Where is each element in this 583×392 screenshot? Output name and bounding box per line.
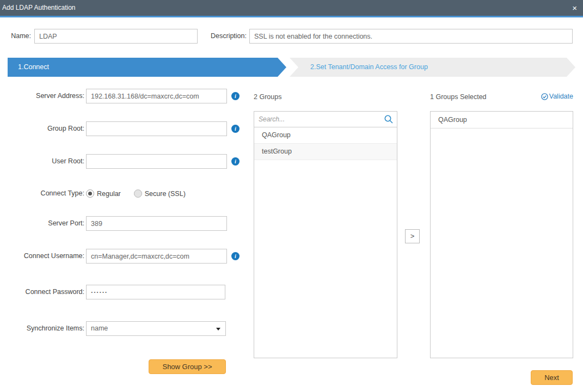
dialog-title: Add LDAP Authentication <box>0 0 583 16</box>
connect-password-input[interactable] <box>86 285 225 299</box>
dialog-titlebar: Add LDAP Authentication × <box>0 0 583 17</box>
group-search-row <box>254 112 397 127</box>
search-icon[interactable] <box>384 114 394 124</box>
list-item[interactable]: QAGroup <box>431 112 573 128</box>
available-groups-count: 2 Groups <box>254 93 281 101</box>
user-root-input[interactable] <box>86 154 227 169</box>
show-group-button[interactable]: Show Group >> <box>149 359 226 374</box>
user-root-label: User Root: <box>0 154 84 169</box>
group-search-input[interactable] <box>254 112 397 127</box>
connect-username-input[interactable] <box>86 249 227 264</box>
selected-groups-count: 1 Groups Selected <box>430 93 487 101</box>
add-ldap-authentication-dialog: Add LDAP Authentication × Name: Descript… <box>0 0 583 392</box>
next-button[interactable]: Next <box>531 370 573 385</box>
user-root-info-icon[interactable]: i <box>231 157 240 166</box>
group-root-label: Group Root: <box>0 121 84 136</box>
radio-regular[interactable] <box>86 189 94 198</box>
group-root-info-icon[interactable]: i <box>231 125 240 133</box>
radio-regular-dot <box>88 192 92 195</box>
name-label: Name: <box>0 29 31 44</box>
available-groups-list: QAGroup testGroup <box>254 111 397 358</box>
step-tenant-domain-access[interactable]: 2.Set Tenant/Domain Access for Group <box>290 58 575 77</box>
name-input[interactable] <box>34 29 198 44</box>
connect-username-label: Connect Username: <box>0 249 84 264</box>
server-port-label: Server Port: <box>0 216 84 231</box>
server-address-label: Server Address: <box>0 89 84 103</box>
radio-secure-ssl[interactable] <box>134 189 142 198</box>
description-label: Description: <box>185 29 247 44</box>
validate-link[interactable]: Validate <box>541 93 573 100</box>
wizard-steps: 1.Connect 2.Set Tenant/Domain Access for… <box>8 58 575 77</box>
synchronize-items-value: name <box>91 324 108 332</box>
connect-type-radio-group: Regular Secure (SSL) <box>86 186 186 201</box>
connect-type-label: Connect Type: <box>0 186 84 201</box>
description-input[interactable] <box>249 29 573 44</box>
list-item[interactable]: QAGroup <box>254 127 397 144</box>
list-item[interactable]: testGroup <box>254 144 397 160</box>
radio-regular-label[interactable]: Regular <box>97 190 121 198</box>
synchronize-items-dropdown[interactable]: name <box>86 321 226 336</box>
server-address-input[interactable] <box>86 89 227 103</box>
connect-password-label: Connect Password: <box>0 285 84 299</box>
move-right-button[interactable]: > <box>405 229 420 243</box>
step-connect[interactable]: 1.Connect <box>8 58 286 77</box>
synchronize-items-label: Synchronize Items: <box>0 321 84 336</box>
group-root-input[interactable] <box>86 121 227 136</box>
selected-groups-list: QAGroup <box>430 111 573 358</box>
chevron-down-icon <box>216 328 220 330</box>
server-address-info-icon[interactable]: i <box>231 92 240 100</box>
server-port-input[interactable] <box>86 216 227 231</box>
connect-username-info-icon[interactable]: i <box>231 252 240 260</box>
validate-label: Validate <box>549 93 573 100</box>
close-icon[interactable]: × <box>572 0 577 16</box>
check-circle-icon <box>541 93 548 100</box>
radio-secure-ssl-label[interactable]: Secure (SSL) <box>145 190 186 198</box>
